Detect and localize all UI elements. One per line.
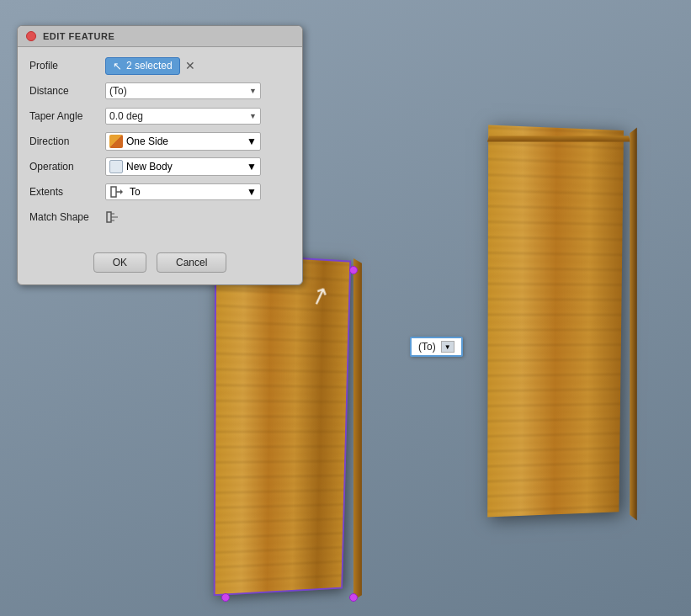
extents-row: Extents To ▼: [29, 182, 290, 202]
extents-arrow-icon: ▼: [247, 186, 257, 198]
extents-icon: [109, 186, 125, 198]
match-shape-control: [105, 211, 290, 223]
extents-label: Extents: [29, 186, 105, 198]
extents-value: To: [130, 186, 141, 198]
distance-row: Distance (To) ▼: [29, 81, 290, 101]
distance-control: (To) ▼: [105, 82, 290, 99]
operation-dropdown[interactable]: New Body ▼: [105, 157, 261, 176]
extents-control: To ▼: [105, 183, 290, 200]
distance-label: Distance: [29, 85, 105, 97]
direction-value: One Side: [126, 135, 168, 147]
direction-inner: One Side: [109, 135, 168, 148]
right-panel-top: [487, 136, 630, 142]
selection-dot-tr: [349, 266, 358, 274]
taper-angle-value: 0.0 deg: [109, 110, 143, 122]
match-shape-icon: [105, 211, 120, 223]
profile-label: Profile: [29, 60, 105, 72]
close-button[interactable]: [26, 31, 36, 41]
taper-angle-dropdown[interactable]: 0.0 deg ▼: [105, 108, 261, 125]
viewport-extents-dropdown[interactable]: (To) ▼: [410, 337, 463, 357]
taper-angle-control: 0.0 deg ▼: [105, 108, 290, 125]
dialog-footer: OK Cancel: [18, 241, 302, 284]
svg-rect-0: [111, 187, 116, 197]
dialog-title: EDIT FEATURE: [43, 31, 114, 41]
cancel-button[interactable]: Cancel: [157, 252, 226, 273]
extents-dropdown[interactable]: To ▼: [105, 183, 261, 200]
direction-arrow-icon: ▼: [247, 135, 257, 147]
match-shape-label: Match Shape: [29, 211, 105, 223]
taper-angle-row: Taper Angle 0.0 deg ▼: [29, 106, 290, 126]
dialog-body: Profile ↖ 2 selected ✕ Distance (To) ▼ T…: [18, 47, 302, 241]
operation-control: New Body ▼: [105, 157, 290, 176]
direction-control: One Side ▼: [105, 132, 290, 151]
operation-inner: New Body: [109, 160, 173, 173]
extents-inner: To: [109, 186, 141, 198]
ok-button[interactable]: OK: [93, 252, 146, 273]
operation-icon: [109, 160, 123, 173]
match-shape-row: Match Shape: [29, 207, 290, 227]
right-panel-side: [630, 128, 637, 521]
direction-dropdown[interactable]: One Side ▼: [105, 132, 261, 151]
taper-angle-label: Taper Angle: [29, 110, 105, 122]
profile-control: ↖ 2 selected ✕: [105, 57, 290, 75]
viewport-dropdown-arrow[interactable]: ▼: [441, 341, 454, 353]
direction-row: Direction One Side ▼: [29, 131, 290, 151]
direction-label: Direction: [29, 135, 105, 147]
viewport-dropdown-value: (To): [418, 341, 436, 353]
taper-angle-arrow-icon: ▼: [249, 112, 257, 120]
left-panel-side: [353, 258, 362, 600]
dialog-titlebar: EDIT FEATURE: [18, 26, 302, 47]
svg-rect-3: [107, 212, 111, 222]
distance-arrow-icon: ▼: [249, 87, 257, 95]
operation-row: Operation New Body ▼: [29, 157, 290, 177]
profile-value: 2 selected: [126, 60, 173, 72]
operation-value: New Body: [126, 161, 173, 173]
svg-marker-2: [120, 189, 123, 194]
selection-dot-br: [349, 593, 358, 602]
cursor-icon: ↖: [113, 60, 122, 72]
direction-icon: [109, 135, 123, 148]
operation-label: Operation: [29, 161, 105, 173]
right-wood-panel: [487, 125, 624, 517]
profile-button[interactable]: ↖ 2 selected: [105, 57, 180, 75]
edit-feature-dialog: EDIT FEATURE Profile ↖ 2 selected ✕ Dist…: [17, 25, 303, 285]
profile-row: Profile ↖ 2 selected ✕: [29, 56, 290, 76]
distance-dropdown[interactable]: (To) ▼: [105, 82, 261, 99]
selection-dot-bl: [221, 593, 230, 602]
distance-value: (To): [109, 85, 127, 97]
operation-arrow-icon: ▼: [247, 161, 257, 173]
profile-clear-button[interactable]: ✕: [185, 60, 195, 72]
